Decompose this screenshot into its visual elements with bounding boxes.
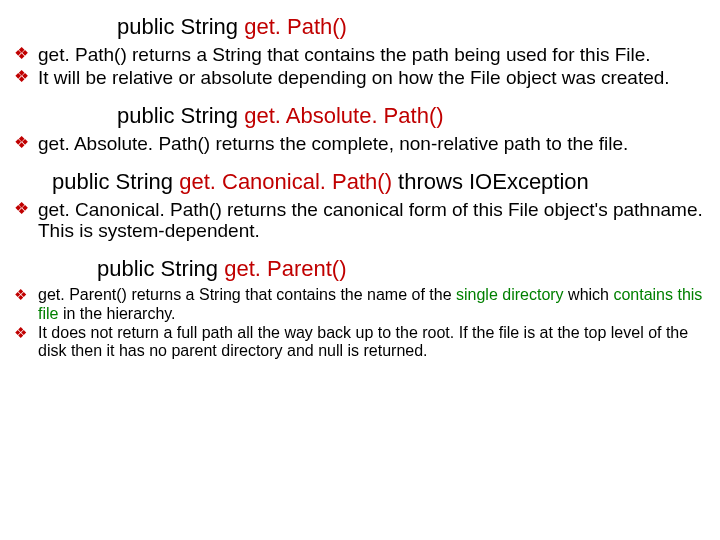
slide-content: public String get. Path()get. Path() ret… <box>12 14 708 361</box>
heading-prefix: public String <box>117 14 244 39</box>
bullet-list-1: get. Absolute. Path() returns the comple… <box>12 133 708 155</box>
section-heading-3: public String get. Parent() <box>97 256 708 282</box>
bullet-item: get. Parent() returns a String that cont… <box>12 286 708 323</box>
heading-prefix: public String <box>52 169 179 194</box>
bullet-item: It does not return a full path all the w… <box>12 324 708 361</box>
heading-method: get. Parent() <box>224 256 346 281</box>
bullet-list-3: get. Parent() returns a String that cont… <box>12 286 708 361</box>
bullet-item: get. Canonical. Path() returns the canon… <box>12 199 708 243</box>
bullet-list-2: get. Canonical. Path() returns the canon… <box>12 199 708 243</box>
bullet-item: get. Absolute. Path() returns the comple… <box>12 133 708 155</box>
heading-method: get. Path() <box>244 14 347 39</box>
heading-prefix: public String <box>117 103 244 128</box>
bullet-item: get. Path() returns a String that contai… <box>12 44 708 66</box>
heading-method: get. Absolute. Path() <box>244 103 443 128</box>
bullet-list-0: get. Path() returns a String that contai… <box>12 44 708 89</box>
heading-prefix: public String <box>97 256 224 281</box>
heading-suffix: throws IOException <box>392 169 589 194</box>
section-heading-1: public String get. Absolute. Path() <box>117 103 708 129</box>
section-heading-2: public String get. Canonical. Path() thr… <box>52 169 708 195</box>
bullet-item: It will be relative or absolute dependin… <box>12 67 708 89</box>
section-heading-0: public String get. Path() <box>117 14 708 40</box>
heading-method: get. Canonical. Path() <box>179 169 392 194</box>
